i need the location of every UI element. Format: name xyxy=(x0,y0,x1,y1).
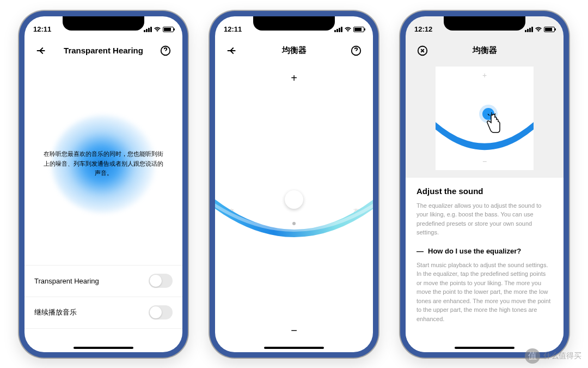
tutorial-text-panel: Adjust the sound The equalizer allows yo… xyxy=(406,178,564,352)
nav-bar: Transparent Hearing xyxy=(24,38,182,63)
watermark: 值 什么值得买 xyxy=(525,348,581,364)
hand-pointer-icon xyxy=(485,112,504,136)
nav-bar: 均衡器 xyxy=(215,38,373,63)
status-icons xyxy=(144,27,174,32)
plus-icon: + xyxy=(291,72,297,85)
content-area: 在聆听您最喜欢的音乐的同时，您也能听到街上的噪音、列车到发通告或者别人跟您说话的… xyxy=(24,63,182,352)
page-title: Transparent Hearing xyxy=(48,46,158,55)
minus-icon: − xyxy=(291,324,297,337)
phone-3: 12:12 均衡器 + − xyxy=(400,11,569,358)
illustration-area: 在聆听您最喜欢的音乐的同时，您也能听到街上的噪音、列车到发通告或者别人跟您说话的… xyxy=(24,63,182,265)
battery-icon xyxy=(163,27,174,32)
screen-1: 12:11 Transparent Hearing 在聆听您最喜欢的音乐的同时，… xyxy=(24,16,182,352)
home-indicator[interactable] xyxy=(264,347,324,349)
back-button[interactable] xyxy=(34,44,48,58)
nav-bar: 均衡器 xyxy=(406,38,564,63)
page-title: 均衡器 xyxy=(430,45,540,56)
status-time: 12:12 xyxy=(414,25,432,33)
collapse-icon: — xyxy=(416,247,424,255)
setting-label: Transparent Hearing xyxy=(34,277,99,285)
status-icons xyxy=(525,27,555,32)
setting-label: 继续播放音乐 xyxy=(34,307,77,317)
faq-toggle[interactable]: — How do I use the equalizer? xyxy=(416,247,553,255)
home-indicator[interactable] xyxy=(455,347,514,349)
status-icons xyxy=(334,27,364,32)
eq-handle[interactable] xyxy=(285,190,303,209)
back-button[interactable] xyxy=(225,44,239,58)
status-time: 12:11 xyxy=(33,25,51,33)
phone-2: 12:11 均衡器 + 低音 高音 xyxy=(210,11,378,358)
tutorial-illustration: + − xyxy=(436,67,534,170)
toggle-continue-music[interactable] xyxy=(149,305,173,319)
page-title: 均衡器 xyxy=(239,45,349,56)
setting-transparent-hearing[interactable]: Transparent Hearing xyxy=(24,266,182,297)
screen-2: 12:11 均衡器 + 低音 高音 xyxy=(215,16,373,352)
toggle-transparent-hearing[interactable] xyxy=(149,274,173,288)
help-button[interactable] xyxy=(349,44,363,58)
faq-heading: How do I use the equalizer? xyxy=(428,247,521,255)
notch xyxy=(63,16,144,31)
tut-minus-icon: − xyxy=(482,157,487,166)
close-button[interactable] xyxy=(415,44,430,58)
watermark-text: 什么值得买 xyxy=(543,351,581,361)
phone-1: 12:11 Transparent Hearing 在聆听您最喜欢的音乐的同时，… xyxy=(19,11,188,358)
wifi-icon xyxy=(154,27,161,32)
screen-3: 12:12 均衡器 + − xyxy=(406,16,564,352)
equalizer-area[interactable]: + 低音 高音 − xyxy=(215,63,373,352)
signal-icon xyxy=(334,27,342,32)
home-indicator[interactable] xyxy=(74,347,133,349)
watermark-badge: 值 xyxy=(525,348,540,364)
tut-plus-icon: + xyxy=(482,71,487,80)
tutorial-body: The equalizer allows you to adjust the s… xyxy=(416,201,553,237)
notch xyxy=(253,16,335,31)
faq-body: Start music playback to adjust the sound… xyxy=(416,261,553,324)
description-text: 在聆听您最喜欢的音乐的同时，您也能听到街上的噪音、列车到发通告或者别人跟您说话的… xyxy=(41,149,166,178)
signal-icon xyxy=(144,27,152,32)
wifi-icon xyxy=(535,27,542,32)
signal-icon xyxy=(525,27,533,32)
notch xyxy=(444,16,525,31)
help-button[interactable] xyxy=(158,44,173,58)
setting-continue-music[interactable]: 继续播放音乐 xyxy=(24,297,182,329)
wifi-icon xyxy=(344,27,352,32)
battery-icon xyxy=(353,27,364,32)
settings-list: Transparent Hearing 继续播放音乐 xyxy=(24,265,182,329)
eq-center-dot xyxy=(292,222,296,225)
status-time: 12:11 xyxy=(224,25,242,33)
battery-icon xyxy=(544,27,555,32)
tutorial-heading: Adjust the sound xyxy=(416,186,553,196)
